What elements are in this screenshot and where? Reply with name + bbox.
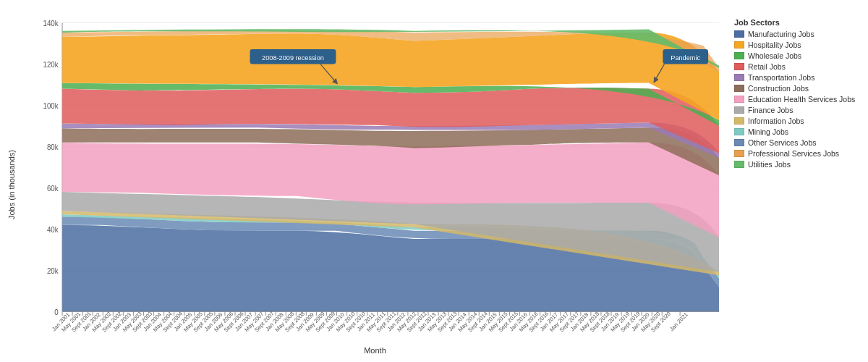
x-axis-label: Month	[23, 346, 727, 355]
legend-label-construction: Construction Jobs	[748, 84, 809, 93]
chart-and-legend: 0 20k 40k 60k 80k 100k 120k 140k	[23, 14, 861, 355]
mining-color	[734, 128, 744, 135]
legend-item-hospitality: Hospitality Jobs	[734, 41, 861, 49]
svg-text:100k: 100k	[43, 102, 59, 110]
transportation-color	[734, 74, 744, 81]
legend-label-hospitality: Hospitality Jobs	[748, 41, 801, 49]
svg-text:0: 0	[54, 308, 59, 316]
utilities-color	[734, 161, 744, 168]
svg-text:60k: 60k	[47, 185, 59, 193]
professional-services-color	[734, 150, 744, 157]
legend-item-other-services: Other Services Jobs	[734, 138, 861, 147]
information-color	[734, 117, 744, 125]
legend-item-wholesale: Wholesale Jobs	[734, 51, 861, 60]
legend-label-professional-services: Professional Services Jobs	[748, 149, 839, 158]
svg-text:Jan 2021: Jan 2021	[668, 311, 689, 333]
education-health-color	[734, 96, 744, 103]
main-chart: 0 20k 40k 60k 80k 100k 120k 140k	[23, 14, 727, 345]
legend: Job Sectors Manufacturing Jobs Hospitali…	[727, 14, 861, 355]
chart-area: 0 20k 40k 60k 80k 100k 120k 140k	[23, 14, 727, 355]
legend-label-education-health: Education Health Services Jobs	[748, 95, 855, 104]
hospitality-color	[734, 41, 744, 49]
legend-item-education-health: Education Health Services Jobs	[734, 95, 861, 104]
svg-text:80k: 80k	[47, 143, 59, 151]
legend-item-mining: Mining Jobs	[734, 127, 861, 136]
other-services-color	[734, 139, 744, 146]
chart-container: Jobs (in thousands)	[0, 0, 868, 362]
svg-text:140k: 140k	[43, 20, 59, 28]
y-axis-label: Jobs (in thousands)	[7, 14, 22, 355]
manufacturing-color	[734, 30, 744, 38]
svg-text:40k: 40k	[47, 226, 59, 234]
construction-color	[734, 85, 744, 92]
legend-item-professional-services: Professional Services Jobs	[734, 149, 861, 158]
svg-text:2008-2009 recession: 2008-2009 recession	[262, 53, 324, 61]
legend-label-finance: Finance Jobs	[748, 106, 793, 114]
legend-item-finance: Finance Jobs	[734, 106, 861, 114]
finance-color	[734, 106, 744, 114]
legend-item-construction: Construction Jobs	[734, 84, 861, 93]
chart-main: Jobs (in thousands)	[7, 14, 861, 355]
svg-wrapper: 0 20k 40k 60k 80k 100k 120k 140k	[23, 14, 727, 345]
svg-text:20k: 20k	[47, 267, 59, 275]
legend-item-utilities: Utilities Jobs	[734, 160, 861, 169]
legend-label-manufacturing: Manufacturing Jobs	[748, 30, 814, 38]
svg-text:Pandemic: Pandemic	[671, 53, 700, 61]
legend-item-information: Information Jobs	[734, 117, 861, 125]
legend-label-retail: Retail Jobs	[748, 62, 786, 71]
svg-text:120k: 120k	[43, 61, 59, 69]
legend-title: Job Sectors	[734, 18, 861, 27]
retail-color	[734, 63, 744, 70]
legend-label-mining: Mining Jobs	[748, 127, 788, 136]
legend-label-transportation: Transportation Jobs	[748, 73, 814, 82]
legend-label-other-services: Other Services Jobs	[748, 138, 817, 147]
legend-item-manufacturing: Manufacturing Jobs	[734, 30, 861, 38]
legend-label-utilities: Utilities Jobs	[748, 160, 791, 169]
legend-item-retail: Retail Jobs	[734, 62, 861, 71]
legend-label-wholesale: Wholesale Jobs	[748, 51, 801, 60]
legend-label-information: Information Jobs	[748, 117, 804, 125]
wholesale-color	[734, 52, 744, 59]
legend-item-transportation: Transportation Jobs	[734, 73, 861, 82]
